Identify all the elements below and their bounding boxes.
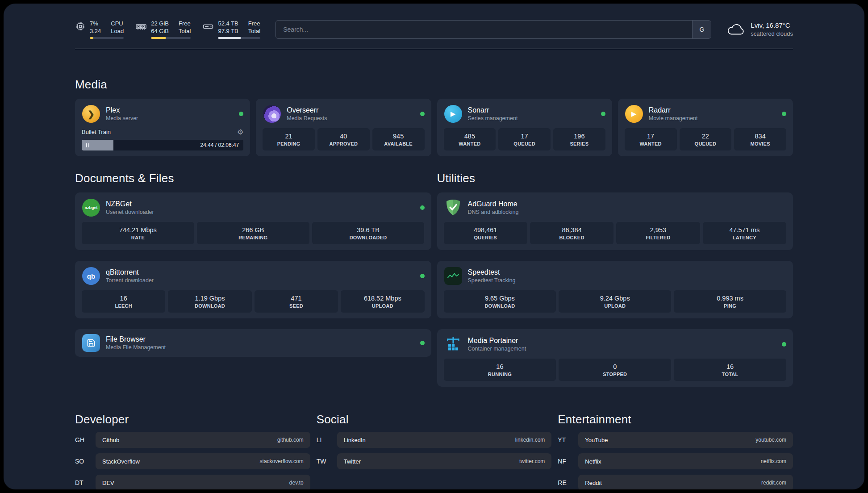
stat-label: DOWNLOAD <box>484 303 515 309</box>
stat-label: QUEUED <box>695 141 717 146</box>
status-dot <box>420 274 425 278</box>
bookmark-row: NF Netflix netflix.com <box>558 453 793 469</box>
app-card-radarr[interactable]: ▶ Radarr Movie management 17 WANTED 22 <box>618 99 793 156</box>
stat-label: UPLOAD <box>372 303 393 309</box>
ram-total-value: 64 GiB <box>151 27 169 35</box>
section-title-social: Social <box>317 413 552 426</box>
stat-tile: 17 WANTED <box>625 128 677 150</box>
bookmark-link-reddit[interactable]: Reddit reddit.com <box>578 475 793 489</box>
section-title-documents: Documents & Files <box>75 171 431 185</box>
bookmark-url: stackoverflow.com <box>260 458 304 464</box>
disk-free-label: Free <box>248 20 260 27</box>
cpu-usage-bar <box>90 37 124 39</box>
playback-progress-bar[interactable]: 24:44 / 02:06:47 <box>82 140 243 150</box>
stat-tile: 40 APPROVED <box>317 128 370 150</box>
stat-tile: 945 AVAILABLE <box>372 128 425 150</box>
stat-label: REMAINING <box>238 235 267 240</box>
search-input[interactable] <box>276 21 692 38</box>
status-dot <box>420 341 425 345</box>
bookmark-row: YT YouTube youtube.com <box>558 432 793 448</box>
bookmark-link-linkedin[interactable]: LinkedIn linkedin.com <box>337 432 552 448</box>
stat-label: FILTERED <box>646 235 670 240</box>
search-engine-button[interactable]: G <box>692 21 711 38</box>
ram-total-label: Total <box>179 27 191 35</box>
stat-tile: 618.52 Mbps UPLOAD <box>341 290 424 313</box>
stat-label: RUNNING <box>488 372 512 377</box>
app-card-plex[interactable]: ❯ Plex Media server Bullet Train ⚙ 24:44… <box>75 99 250 156</box>
stat-value: 196 <box>574 133 584 140</box>
ram-metric: 22 GiB 64 GiB Free Total <box>135 20 191 39</box>
stat-tile: 21 PENDING <box>263 128 315 150</box>
bookmark-name: Netflix <box>585 458 601 465</box>
cpu-usage-fill <box>90 37 93 39</box>
stat-value: 39.6 TB <box>357 226 380 234</box>
adguard-shield-icon <box>445 199 461 217</box>
section-title-developer: Developer <box>75 413 310 426</box>
stat-value: 0 <box>613 363 617 370</box>
portainer-crane-icon <box>445 336 462 353</box>
bookmark-link-youtube[interactable]: YouTube youtube.com <box>578 432 793 448</box>
stat-label: RATE <box>131 235 145 240</box>
stat-label: WANTED <box>640 141 662 146</box>
disk-free-value: 52.4 TB <box>218 20 238 27</box>
app-card-overseerr[interactable]: Overseerr Media Requests 21 PENDING 40 A… <box>256 99 431 156</box>
stat-tile: 9.24 Gbps UPLOAD <box>559 290 671 313</box>
section-title-utilities: Utilities <box>437 171 793 185</box>
stat-tile: 16 LEECH <box>82 290 165 313</box>
app-subtitle: Movie management <box>649 115 698 122</box>
app-name: qBittorrent <box>106 268 154 276</box>
stat-tile: 16 RUNNING <box>444 359 556 381</box>
bookmark-link-twitter[interactable]: Twitter twitter.com <box>337 453 552 469</box>
gear-icon[interactable]: ⚙ <box>237 128 243 136</box>
overseerr-icon <box>263 105 281 123</box>
app-name: NZBGet <box>106 200 154 208</box>
pause-icon[interactable] <box>86 143 89 147</box>
bookmark-link-stackoverflow[interactable]: StackOverflow stackoverflow.com <box>96 453 310 469</box>
bookmark-url: reddit.com <box>761 480 786 486</box>
status-dot <box>782 342 786 347</box>
stat-value: 945 <box>393 133 404 140</box>
cpu-percent: 7% <box>90 20 101 27</box>
stat-value: 9.65 Gbps <box>485 295 515 302</box>
bookmark-group-entertainment: Entertainment YT YouTube youtube.com NF … <box>558 387 793 489</box>
status-dot <box>420 112 425 116</box>
bookmark-name: YouTube <box>585 437 608 443</box>
app-card-filebrowser[interactable]: File Browser Media File Management <box>75 329 431 357</box>
section-title-entertainment: Entertainment <box>558 413 793 426</box>
stat-value: 471 <box>291 295 301 302</box>
plex-icon: ❯ <box>82 105 100 123</box>
app-name: Media Portainer <box>468 336 526 345</box>
stat-tile: 498,461 QUERIES <box>444 222 527 244</box>
bookmark-url: github.com <box>277 437 304 443</box>
app-name: Radarr <box>649 106 698 114</box>
ram-free-value: 22 GiB <box>151 20 169 27</box>
bookmark-link-netflix[interactable]: Netflix netflix.com <box>578 453 793 469</box>
app-card-nzbget[interactable]: nzbget NZBGet Usenet downloader 744.21 M… <box>75 192 431 250</box>
app-subtitle: Usenet downloader <box>106 209 154 216</box>
stat-tile: 16 TOTAL <box>674 359 786 381</box>
bookmark-link-dev[interactable]: DEV dev.to <box>96 475 310 489</box>
app-card-qbittorrent[interactable]: qb qBittorrent Torrent downloader 16 LEE… <box>75 261 431 318</box>
app-card-portainer[interactable]: Media Portainer Container management 16 … <box>437 329 793 387</box>
stat-value: 40 <box>340 133 347 140</box>
search-bar: G <box>275 20 711 39</box>
stat-value: 834 <box>755 133 766 140</box>
stat-tile: 47.571 ms LATENCY <box>703 222 786 244</box>
disk-usage-bar <box>218 37 260 39</box>
app-name: File Browser <box>106 335 166 343</box>
app-name: Sonarr <box>468 106 518 114</box>
bookmark-abbr: LI <box>317 436 337 443</box>
system-metrics: 7% 3.24 CPU Load <box>75 20 260 39</box>
stat-tile: 0 STOPPED <box>559 359 671 381</box>
bookmark-link-github[interactable]: Github github.com <box>96 432 310 448</box>
stat-value: 618.52 Mbps <box>364 295 401 302</box>
bookmark-row: TW Twitter twitter.com <box>317 453 552 469</box>
app-card-adguard[interactable]: AdGuard Home DNS and adblocking 498,461 … <box>437 192 793 250</box>
stat-label: TOTAL <box>722 372 739 377</box>
documents-column: Documents & Files nzbget NZBGet Usenet d… <box>75 156 431 357</box>
status-dot <box>601 112 605 116</box>
app-card-speedtest[interactable]: Speedtest Speedtest Tracking 9.65 Gbps D… <box>437 261 793 318</box>
status-dot <box>782 112 786 116</box>
app-card-sonarr[interactable]: ▶ Sonarr Series management 485 WANTED 17 <box>437 99 612 156</box>
speedtest-icon <box>444 267 462 285</box>
